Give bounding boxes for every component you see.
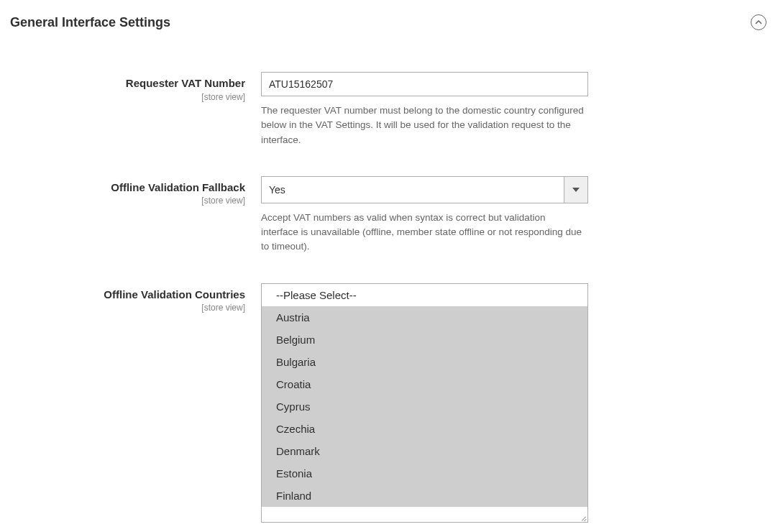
offline-countries-label: Offline Validation Countries [10,288,245,302]
offline-fallback-select-wrapper: Yes [261,176,588,203]
country-option[interactable]: Belgium [262,329,587,351]
country-option[interactable]: Czechia [262,418,587,440]
row-offline-countries: Offline Validation Countries [store view… [10,283,768,533]
offline-countries-multiselect[interactable]: --Please Select--AustriaBelgiumBulgariaC… [262,284,587,521]
country-option[interactable]: Croatia [262,373,587,395]
offline-fallback-select[interactable]: Yes [261,176,588,203]
offline-countries-scope: [store view] [10,303,245,313]
country-option[interactable]: Cyprus [262,395,587,418]
multiselect-placeholder[interactable]: --Please Select-- [262,284,587,306]
collapse-toggle[interactable] [751,14,766,30]
country-option[interactable]: Finland [262,485,587,507]
country-option[interactable]: Estonia [262,462,587,485]
requester-vat-scope: [store view] [10,92,245,102]
value-col: The requester VAT number must belong to … [261,72,588,147]
section-header: General Interface Settings [10,14,768,36]
country-option[interactable]: Austria [262,306,587,329]
label-col: Requester VAT Number [store view] [10,72,261,102]
value-col: Yes Accept VAT numbers as valid when syn… [261,176,588,254]
offline-countries-multiselect-wrapper: --Please Select--AustriaBelgiumBulgariaC… [261,283,588,523]
offline-countries-hint: Apply the offline fallback only for thes… [261,530,585,533]
requester-vat-input[interactable] [261,72,588,96]
offline-fallback-label: Offline Validation Fallback [10,180,245,195]
requester-vat-hint: The requester VAT number must belong to … [261,104,585,147]
country-option[interactable]: Bulgaria [262,351,587,373]
offline-fallback-scope: [store view] [10,196,245,206]
row-requester-vat: Requester VAT Number [store view] The re… [10,72,768,147]
label-col: Offline Validation Countries [store view… [10,283,261,313]
row-offline-fallback: Offline Validation Fallback [store view]… [10,176,768,254]
label-col: Offline Validation Fallback [store view] [10,176,261,206]
chevron-up-icon [755,20,762,24]
offline-fallback-hint: Accept VAT numbers as valid when syntax … [261,211,585,254]
requester-vat-label: Requester VAT Number [10,76,245,91]
section-title: General Interface Settings [10,15,170,30]
value-col: --Please Select--AustriaBelgiumBulgariaC… [261,283,588,533]
country-option[interactable]: Denmark [262,440,587,462]
